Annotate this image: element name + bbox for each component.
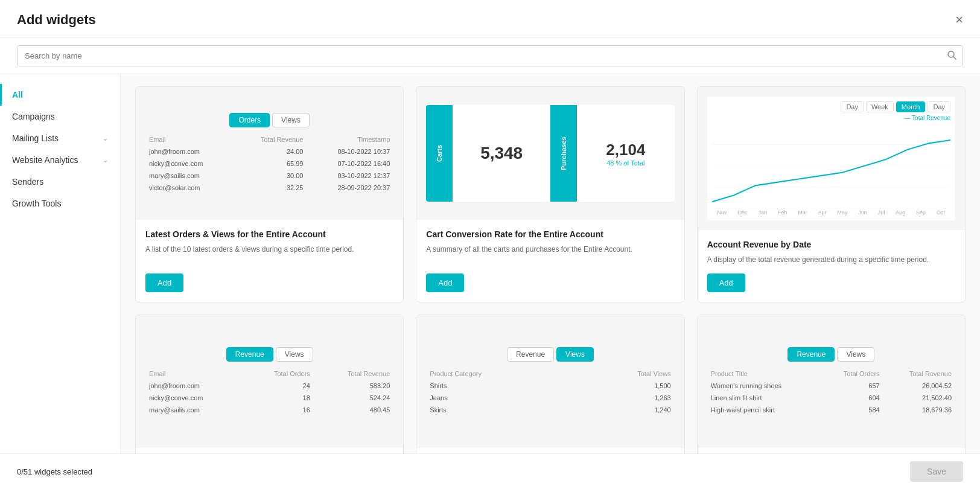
sidebar-item-label: All (12, 90, 23, 100)
tab-views[interactable]: Views (272, 113, 310, 127)
widget-info-1: Latest Orders & Views for the Entire Acc… (136, 220, 403, 302)
footer-status: 0/51 widgets selected (17, 467, 92, 476)
purchase-center: 2,104 48 % of Total (577, 105, 675, 202)
add-button-2[interactable]: Add (426, 273, 464, 292)
revenue-table-4: Email Total Orders Total Revenue john@fr… (145, 368, 393, 416)
search-input-wrap (17, 45, 963, 66)
chart-container: Day Week Month Day — Total Revenue (707, 97, 955, 220)
purchase-pct: 48 % of Total (606, 159, 644, 167)
tab-views-4[interactable]: Views (276, 347, 313, 362)
chart-legend: — Total Revenue (712, 115, 950, 121)
table-row: john@froom.com24583.20 (145, 380, 393, 392)
tab-revenue-5[interactable]: Revenue (507, 347, 554, 362)
modal-header: Add widgets × (0, 0, 980, 38)
table-row: High-waist pencil skirt58418,679.36 (707, 404, 955, 416)
tab-views-5[interactable]: Views (556, 347, 594, 362)
sidebar-item-label: Growth Tools (12, 199, 61, 208)
search-bar (0, 38, 980, 74)
table-row: victor@solar.com32.2528-09-2022 20:37 (145, 182, 393, 194)
col-category-5: Product Category (426, 368, 573, 380)
revenue-chart-svg (712, 124, 950, 208)
tab-revenue-6[interactable]: Revenue (788, 347, 835, 362)
widget-info-3: Account Revenue by Date A display of the… (698, 230, 965, 302)
table-row: Women's running shoes65726,004.52 (707, 380, 955, 392)
search-icon (947, 50, 956, 62)
sidebar-item-senders[interactable]: Senders (0, 171, 120, 193)
widget-card-3: Day Week Month Day — Total Revenue (697, 86, 966, 302)
sidebar-item-mailing-lists[interactable]: Mailing Lists ⌄ (0, 127, 120, 149)
col-title-6: Product Title (707, 368, 821, 380)
widget-card-6: Revenue Views Product Title Total Orders… (697, 315, 966, 453)
col-revenue-6: Total Revenue (883, 368, 955, 380)
widget-info-4: Add (136, 448, 403, 453)
orders-table: Email Total Revenue Timestamp john@froom… (145, 133, 393, 194)
widget-desc-3: A display of the total revenue generated… (707, 254, 955, 265)
widget-title-2: Cart Conversion Rate for the Entire Acco… (426, 229, 674, 239)
widget-preview-6: Revenue Views Product Title Total Orders… (698, 315, 965, 448)
col-orders-4: Total Orders (244, 368, 314, 380)
chart-tab-day1[interactable]: Day (841, 101, 864, 112)
cart-value: 5,348 (453, 105, 550, 202)
chart-tab-day2[interactable]: Day (928, 101, 950, 112)
chart-tabs: Day Week Month Day (712, 101, 950, 112)
chart-tab-week[interactable]: Week (866, 101, 894, 112)
sidebar-item-label: Website Analytics (12, 155, 78, 165)
sidebar-item-label: Mailing Lists (12, 133, 59, 143)
sidebar-item-all[interactable]: All (0, 84, 120, 106)
views-table-5: Product Category Total Views Shirts1,500… (426, 368, 674, 416)
col-orders-6: Total Orders (820, 368, 883, 380)
close-button[interactable]: × (955, 13, 963, 27)
tab-revenue-4[interactable]: Revenue (226, 347, 273, 362)
sidebar-item-campaigns[interactable]: Campaigns (0, 106, 120, 127)
body: All Campaigns Mailing Lists ⌄ Website An… (0, 74, 980, 453)
sidebar-item-label: Senders (12, 177, 43, 187)
table-row: Skirts1,240 (426, 404, 674, 416)
widget-card-4: Revenue Views Email Total Orders Total R… (135, 315, 404, 453)
carts-bar: Carts (426, 105, 453, 202)
chevron-down-icon: ⌄ (103, 135, 108, 142)
add-button-3[interactable]: Add (707, 273, 745, 292)
tab-bar-4: Revenue Views (226, 347, 313, 362)
table-row: nicky@conve.com65.9907-10-2022 16:40 (145, 158, 393, 170)
col-email: Email (145, 133, 235, 145)
add-button-1[interactable]: Add (145, 273, 183, 292)
tab-bar-6: Revenue Views (788, 347, 874, 362)
widget-preview-2: Carts 5,348 Purchases 2,104 48 % of Tota… (416, 87, 684, 220)
widget-title-3: Account Revenue by Date (707, 240, 955, 249)
revenue-table-6: Product Title Total Orders Total Revenue… (707, 368, 955, 416)
svg-line-1 (953, 57, 956, 59)
modal-footer: 0/51 widgets selected Save (0, 453, 980, 489)
col-revenue: Total Revenue (235, 133, 307, 145)
col-views-5: Total Views (573, 368, 675, 380)
widget-desc-1: A list of the 10 latest orders & views d… (145, 244, 393, 265)
widget-title-1: Latest Orders & Views for the Entire Acc… (145, 229, 393, 239)
modal-title: Add widgets (17, 12, 96, 28)
widget-card-2: Carts 5,348 Purchases 2,104 48 % of Tota… (416, 86, 684, 302)
tab-bar-5: Revenue Views (507, 347, 594, 362)
widget-preview-3: Day Week Month Day — Total Revenue (698, 87, 965, 230)
chart-tab-month[interactable]: Month (896, 101, 926, 112)
tab-bar-1: Orders Views (229, 113, 309, 127)
chart-area (712, 124, 950, 208)
tab-orders[interactable]: Orders (229, 113, 270, 127)
modal: Add widgets × All Campaigns Mailing (0, 0, 980, 489)
col-timestamp: Timestamp (307, 133, 393, 145)
sidebar-item-website-analytics[interactable]: Website Analytics ⌄ (0, 149, 120, 171)
sidebar-item-growth-tools[interactable]: Growth Tools (0, 193, 120, 214)
table-row: mary@sailis.com16480.45 (145, 404, 393, 416)
purchase-value: 2,104 (606, 141, 645, 159)
table-row: Shirts1,500 (426, 380, 674, 392)
sidebar: All Campaigns Mailing Lists ⌄ Website An… (0, 74, 121, 453)
save-button[interactable]: Save (910, 461, 963, 482)
widget-preview-5: Revenue Views Product Category Total Vie… (416, 315, 684, 448)
table-row: mary@sailis.com30.0003-10-2022 12:37 (145, 170, 393, 182)
table-row: nicky@conve.com18524.24 (145, 392, 393, 404)
table-row: Jeans1,263 (426, 392, 674, 404)
content-area: Orders Views Email Total Revenue Timesta… (121, 74, 980, 453)
widget-info-6: Add (698, 448, 965, 453)
chevron-down-icon: ⌄ (103, 156, 108, 164)
purchases-bar: Purchases (550, 105, 577, 202)
widget-card-5: Revenue Views Product Category Total Vie… (416, 315, 684, 453)
search-input[interactable] (18, 46, 962, 66)
tab-views-6[interactable]: Views (837, 347, 874, 362)
